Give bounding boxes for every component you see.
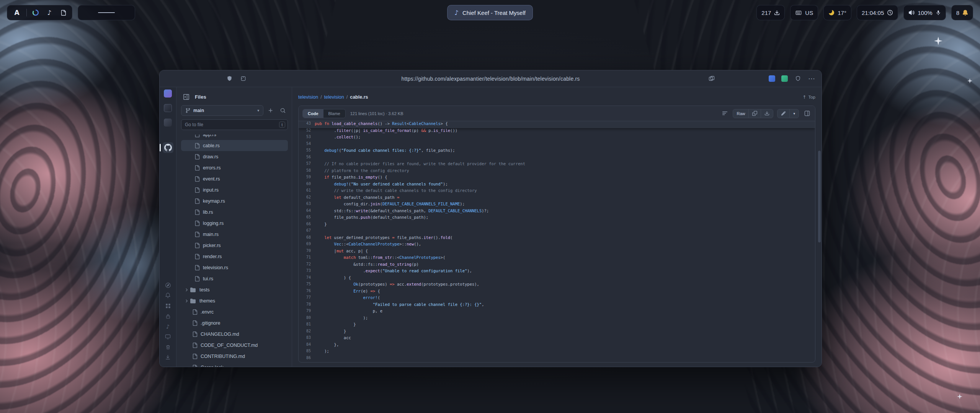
menu-ellipsis-icon[interactable]: ⋯ (808, 75, 815, 83)
privacy-shield-icon[interactable] (794, 75, 802, 83)
volume-widget[interactable]: 100% (903, 5, 946, 20)
line-number[interactable]: 80 (299, 315, 315, 322)
tree-item-keymap.rs[interactable]: keymap.rs (181, 195, 288, 206)
tree-item-lib.rs[interactable]: lib.rs (181, 206, 288, 218)
apps-grid-icon[interactable] (165, 302, 171, 309)
tree-item-CODE_OF_CONDUCT.md[interactable]: CODE_OF_CONDUCT.md (181, 340, 288, 351)
breadcrumb-dir-link[interactable]: television (324, 94, 344, 100)
line-number[interactable]: 70 (299, 249, 315, 255)
expand-panel-icon[interactable] (803, 109, 811, 118)
line-number[interactable]: 66 (299, 222, 315, 229)
tree-item-television.rs[interactable]: television.rs (181, 262, 288, 273)
tree-item-errors.rs[interactable]: errors.rs (181, 162, 288, 173)
tree-item-CONTRIBUTING.md[interactable]: CONTRIBUTING.md (181, 351, 288, 362)
line-number[interactable]: 72 (299, 262, 315, 269)
tree-item-Cargo.lock[interactable]: Cargo.lock (181, 362, 288, 367)
line-number[interactable]: 60 (299, 182, 315, 189)
tree-item-logging.rs[interactable]: logging.rs (181, 218, 288, 229)
line-number[interactable]: 83 (299, 335, 315, 342)
monitor-icon[interactable] (165, 333, 171, 340)
gauge-icon[interactable] (31, 8, 41, 18)
breadcrumb-repo-link[interactable]: television (298, 94, 318, 100)
tree-item-cable.rs[interactable]: cable.rs (181, 140, 288, 151)
tree-item-main.rs[interactable]: main.rs (181, 229, 288, 240)
line-number[interactable]: 65 (299, 215, 315, 222)
app-launcher-button[interactable]: A (11, 7, 23, 18)
lock-icon[interactable] (165, 313, 171, 319)
line-number[interactable]: 79 (299, 309, 315, 315)
line-number[interactable]: 86 (299, 356, 315, 363)
line-number[interactable]: 74 (299, 275, 315, 282)
line-number[interactable]: 54 (299, 141, 315, 148)
browser-tab-2[interactable] (164, 104, 172, 112)
browser-tab-1[interactable] (164, 89, 172, 98)
tree-item-event.rs[interactable]: event.rs (181, 173, 288, 184)
tree-item-render.rs[interactable]: render.rs (181, 251, 288, 262)
tree-item-tests[interactable]: tests (181, 284, 288, 295)
line-number[interactable]: 71 (299, 255, 315, 262)
trash-icon[interactable] (165, 344, 171, 350)
back-to-top-link[interactable]: ↑ Top (803, 94, 815, 100)
tree-item-picker.rs[interactable]: picker.rs (181, 240, 288, 251)
line-number[interactable]: 58 (299, 168, 315, 175)
tab-code[interactable]: Code (303, 109, 323, 118)
clock-widget[interactable]: 21:04:05 (857, 5, 898, 20)
file-icon[interactable] (58, 8, 68, 18)
media-player-widget[interactable]: ♪ Chief Keef - Treat Myself (447, 5, 533, 20)
music-note-icon[interactable]: ♪ (165, 323, 171, 330)
line-number[interactable]: 78 (299, 302, 315, 309)
music-icon[interactable]: ♪ (44, 8, 54, 18)
tree-item-themes[interactable]: themes (181, 295, 288, 306)
copy-raw-icon[interactable] (748, 109, 761, 118)
line-number[interactable]: 53 (299, 135, 315, 141)
tree-item-input.rs[interactable]: input.rs (181, 184, 288, 195)
line-number[interactable]: 84 (299, 342, 315, 349)
download-raw-icon[interactable] (761, 109, 773, 118)
tree-item-.gitignore[interactable]: .gitignore (181, 317, 288, 328)
edit-dropdown-caret-icon[interactable]: ▾ (789, 109, 799, 118)
extension-badge-green[interactable] (781, 75, 788, 82)
notifications-widget[interactable]: 8 (951, 5, 973, 20)
split-view-icon[interactable] (708, 75, 715, 83)
tab-blame[interactable]: Blame (323, 109, 345, 118)
goto-file-input[interactable] (181, 119, 288, 130)
weather-widget[interactable]: 17° (823, 5, 851, 20)
line-number[interactable]: 67 (299, 228, 315, 235)
line-number[interactable]: 73 (299, 268, 315, 275)
raw-button[interactable]: Raw (733, 109, 749, 118)
line-number[interactable]: 55 (299, 148, 315, 155)
line-number[interactable]: 57 (299, 161, 315, 168)
line-number[interactable]: 56 (299, 155, 315, 162)
tree-item-CHANGELOG.md[interactable]: CHANGELOG.md (181, 328, 288, 340)
line-number[interactable]: 77 (299, 295, 315, 302)
tree-item-tui.rs[interactable]: tui.rs (181, 273, 288, 284)
tree-item-.envrc[interactable]: .envrc (181, 306, 288, 317)
branch-selector-button[interactable]: main ▾ (181, 105, 263, 116)
line-number[interactable]: 63 (299, 202, 315, 208)
browser-tab-github-active[interactable] (163, 142, 173, 153)
edit-pencil-icon[interactable] (777, 109, 790, 118)
browser-tab-3[interactable] (164, 119, 172, 127)
line-number[interactable]: 82 (299, 329, 315, 336)
collapse-sidebar-icon[interactable] (181, 92, 191, 102)
tree-item-app.rs[interactable]: app.rs (181, 135, 288, 140)
search-icon[interactable] (278, 106, 288, 115)
window-scrollbar-thumb[interactable] (818, 151, 821, 242)
line-number[interactable]: 62 (299, 195, 315, 202)
extension-badge-blue[interactable] (769, 75, 775, 82)
bell-outline-icon[interactable] (165, 292, 171, 299)
line-number[interactable]: 81 (299, 322, 315, 329)
tree-item-draw.rs[interactable]: draw.rs (181, 151, 288, 162)
add-file-icon[interactable] (266, 106, 276, 115)
symbols-panel-icon[interactable] (720, 109, 729, 118)
line-number[interactable]: 64 (299, 208, 315, 215)
line-number[interactable]: 68 (299, 235, 315, 242)
keyboard-layout-widget[interactable]: US (790, 5, 818, 20)
line-number[interactable]: 85 (299, 349, 315, 356)
line-number[interactable]: 76 (299, 289, 315, 296)
line-number[interactable]: 43 (299, 121, 315, 128)
line-number[interactable]: 59 (299, 175, 315, 182)
url-bar[interactable]: https://github.com/alexpasmantier/televi… (160, 76, 822, 82)
line-number[interactable]: 61 (299, 188, 315, 195)
taskbar-window-indicator[interactable] (78, 5, 135, 20)
